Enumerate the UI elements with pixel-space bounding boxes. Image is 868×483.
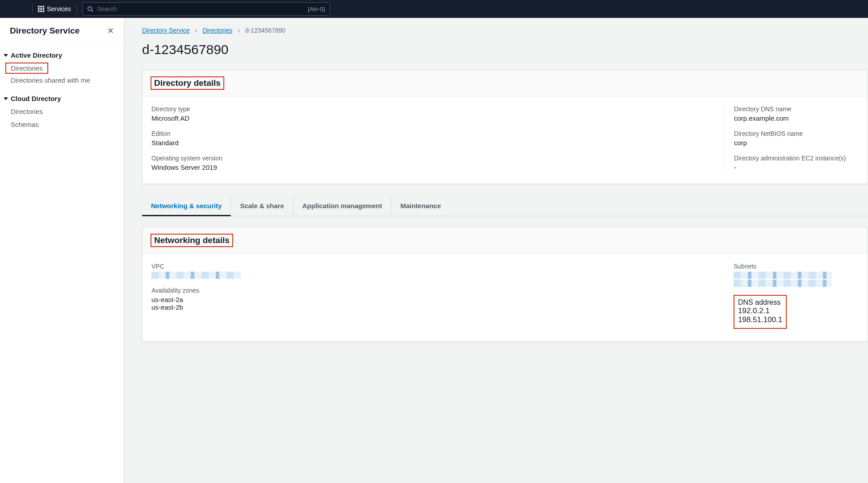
field-value-az: us-east-2b bbox=[151, 303, 725, 311]
svg-rect-0 bbox=[38, 6, 40, 8]
sidebar-item-schemas[interactable]: Schemas bbox=[0, 118, 124, 131]
grid-icon bbox=[38, 6, 44, 12]
field-value-dns: 192.0.2.1 bbox=[738, 307, 782, 315]
svg-rect-1 bbox=[40, 6, 42, 8]
sidebar-group-cloud-directory[interactable]: Cloud Directory bbox=[0, 95, 124, 105]
redacted-value bbox=[734, 280, 832, 287]
field-label: Directory administration EC2 instance(s) bbox=[734, 155, 859, 162]
field-label: Availability zones bbox=[151, 287, 725, 294]
close-icon[interactable]: ✕ bbox=[107, 27, 114, 35]
svg-rect-6 bbox=[38, 11, 40, 13]
field-label: VPC bbox=[151, 263, 725, 270]
svg-point-9 bbox=[88, 7, 92, 11]
sidebar-item-cloud-directories[interactable]: Directories bbox=[0, 105, 124, 118]
tab-networking-security[interactable]: Networking & security bbox=[142, 197, 231, 216]
breadcrumb-link-directories[interactable]: Directories bbox=[202, 27, 232, 34]
field-value-ec2-instances: - bbox=[734, 164, 859, 171]
svg-rect-3 bbox=[38, 8, 40, 10]
sidebar-group-active-directory[interactable]: Active Directory bbox=[0, 51, 124, 62]
caret-down-icon bbox=[4, 54, 8, 57]
tabs: Networking & security Scale & share Appl… bbox=[142, 197, 868, 216]
sidebar-item-directories-shared[interactable]: Directories shared with me bbox=[0, 74, 124, 87]
services-menu[interactable]: Services bbox=[38, 5, 71, 13]
chevron-right-icon: › bbox=[195, 27, 197, 34]
redacted-value bbox=[151, 272, 241, 279]
chevron-right-icon: › bbox=[238, 27, 240, 34]
tab-scale-share[interactable]: Scale & share bbox=[231, 197, 293, 216]
page-title: d-1234567890 bbox=[142, 42, 868, 57]
field-label: DNS address bbox=[738, 298, 782, 307]
field-value-os-version: Windows Server 2019 bbox=[151, 164, 725, 171]
sidebar-title: Directory Service bbox=[10, 26, 80, 36]
breadcrumb: Directory Service › Directories › d-1234… bbox=[142, 25, 868, 38]
search-container[interactable]: [Alt+S] bbox=[82, 2, 330, 16]
services-label: Services bbox=[47, 5, 71, 13]
search-icon bbox=[87, 6, 93, 12]
caret-down-icon bbox=[4, 97, 8, 100]
field-label: Operating system version bbox=[151, 155, 725, 162]
tab-application-management[interactable]: Application management bbox=[294, 197, 391, 216]
search-shortcut: [Alt+S] bbox=[308, 6, 325, 13]
field-label: Subnets bbox=[734, 263, 859, 270]
group-label: Cloud Directory bbox=[11, 95, 61, 102]
field-label: Directory type bbox=[151, 105, 725, 113]
tab-maintenance[interactable]: Maintenance bbox=[391, 197, 450, 216]
field-label: Directory DNS name bbox=[734, 105, 859, 113]
field-value-dns-name: corp.example.com bbox=[734, 114, 859, 122]
breadcrumb-link-service[interactable]: Directory Service bbox=[142, 27, 190, 34]
nav-divider bbox=[32, 4, 33, 14]
sidebar: Directory Service ✕ Active Directory Dir… bbox=[0, 18, 124, 483]
svg-rect-4 bbox=[40, 8, 42, 10]
field-value-dns: 198.51.100.1 bbox=[738, 315, 782, 324]
field-label: Directory NetBIOS name bbox=[734, 130, 859, 137]
field-value-edition: Standard bbox=[151, 139, 725, 147]
redacted-value bbox=[734, 272, 832, 279]
svg-rect-8 bbox=[43, 11, 45, 13]
svg-rect-5 bbox=[43, 8, 45, 10]
svg-rect-7 bbox=[40, 11, 42, 13]
nav-divider bbox=[76, 4, 77, 14]
dns-address-highlight: DNS address 192.0.2.1 198.51.100.1 bbox=[734, 295, 787, 329]
group-label: Active Directory bbox=[11, 51, 62, 59]
svg-rect-2 bbox=[43, 6, 45, 8]
search-input[interactable] bbox=[97, 5, 304, 13]
breadcrumb-current: d-1234567890 bbox=[245, 27, 285, 34]
directory-details-panel: Directory details Directory type Microso… bbox=[142, 70, 868, 184]
field-value-netbios-name: corp bbox=[734, 139, 859, 147]
panel-heading-networking-details: Networking details bbox=[151, 234, 233, 247]
panel-heading-directory-details: Directory details bbox=[151, 76, 224, 90]
networking-details-panel: Networking details VPC Availability zone… bbox=[142, 227, 868, 342]
top-nav: Services [Alt+S] bbox=[0, 0, 868, 18]
main-content: Directory Service › Directories › d-1234… bbox=[124, 18, 868, 483]
field-value-directory-type: Microsoft AD bbox=[151, 114, 725, 122]
field-value-az: us-east-2a bbox=[151, 296, 725, 303]
sidebar-item-directories[interactable]: Directories bbox=[5, 63, 48, 74]
svg-line-10 bbox=[91, 10, 93, 12]
field-label: Edition bbox=[151, 130, 725, 137]
